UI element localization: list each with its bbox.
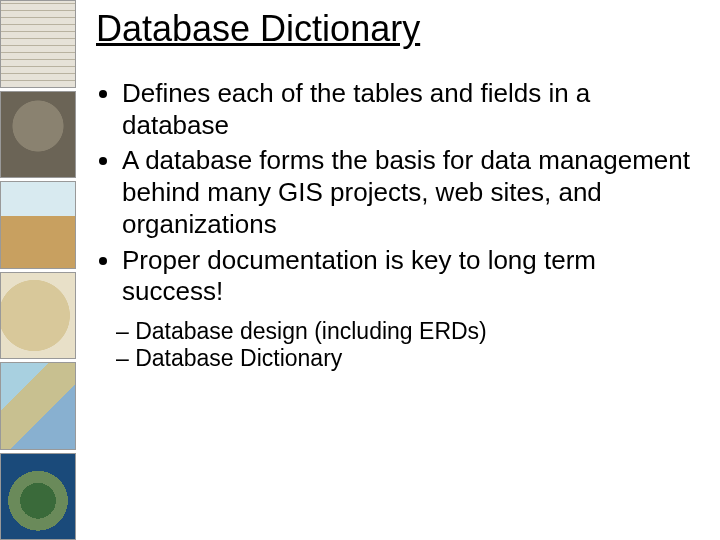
sub-bullet-list: Database design (including ERDs) Databas… [96,318,702,372]
bullet-item: Proper documentation is key to long term… [122,245,702,308]
thumb-painting-icon [0,181,76,269]
thumb-grid-icon [0,0,76,88]
bullet-list: Defines each of the tables and fields in… [96,78,702,308]
bullet-item: A database forms the basis for data mana… [122,145,702,240]
thumb-tablet-icon [0,91,76,179]
slide-title: Database Dictionary [96,8,702,50]
thumbnail-sidebar [0,0,80,540]
thumb-region-map-icon [0,362,76,450]
bullet-item: Defines each of the tables and fields in… [122,78,702,141]
thumb-old-map-icon [0,272,76,360]
sub-bullet-item: Database design (including ERDs) [116,318,702,345]
slide-content: Database Dictionary Defines each of the … [80,0,720,540]
thumb-globe-icon [0,453,76,541]
sub-bullet-item: Database Dictionary [116,345,702,372]
